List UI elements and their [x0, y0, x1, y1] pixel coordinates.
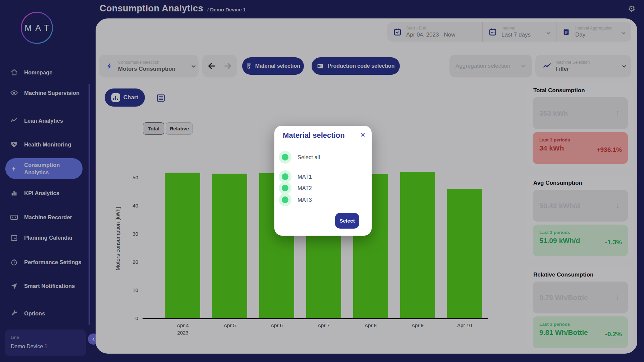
option-mat1[interactable]: MAT1 — [279, 170, 312, 183]
material-selection-dialog: Material selection ✕ Select all MAT1 MAT… — [274, 126, 372, 236]
dialog-title: Material selection — [283, 131, 345, 140]
radio-selected-icon — [279, 151, 291, 164]
radio-selected-icon — [279, 193, 291, 206]
radio-selected-icon — [279, 182, 291, 194]
select-button[interactable]: Select — [335, 213, 359, 229]
option-mat3[interactable]: MAT3 — [279, 193, 312, 206]
app-screen: Consumption Analytics / Demo Device 1 ⚙ … — [0, 0, 644, 362]
option-mat2[interactable]: MAT2 — [279, 182, 312, 194]
radio-selected-icon — [279, 170, 291, 183]
select-all-option[interactable]: Select all — [279, 151, 320, 164]
close-icon[interactable]: ✕ — [360, 131, 366, 139]
